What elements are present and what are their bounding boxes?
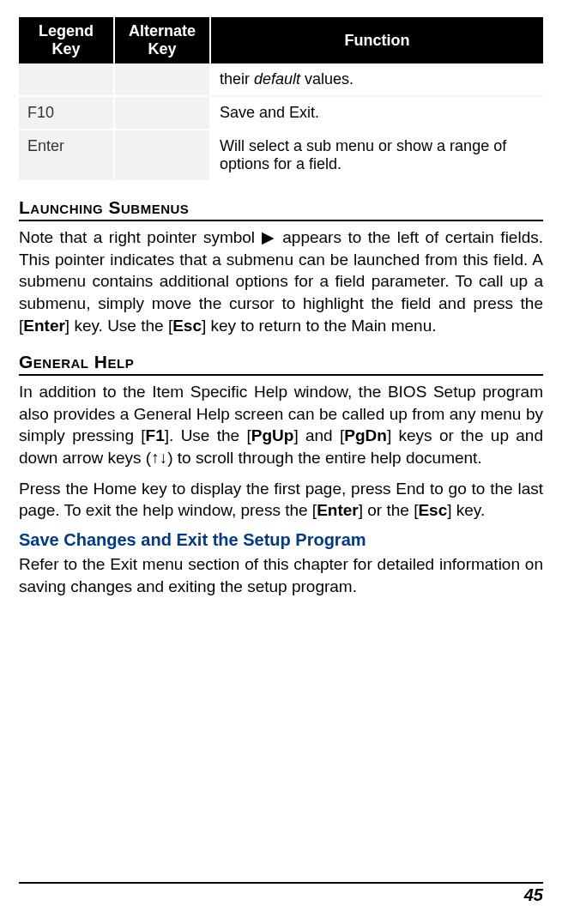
fn-text: their (220, 70, 254, 88)
cell-alt (114, 63, 210, 96)
header-function: Function (210, 17, 543, 63)
table-row: their default values. (19, 63, 543, 96)
table-header-row: Legend Key Alternate Key Function (19, 17, 543, 63)
divider (19, 220, 543, 221)
text: ] or the [ (359, 501, 419, 519)
fn-text: values. (300, 70, 354, 88)
text: ] key to return to the Main menu. (202, 317, 437, 335)
cell-alt (114, 96, 210, 130)
footer-divider (19, 882, 543, 884)
cell-function: Will select a sub menu or show a range o… (210, 130, 543, 181)
paragraph: In addition to the Item Specific Help wi… (19, 381, 543, 469)
divider (19, 374, 543, 376)
key-pgup: PgUp (251, 426, 294, 444)
paragraph: Press the Home key to display the first … (19, 478, 543, 522)
subheading-save-changes: Save Changes and Exit the Setup Program (19, 530, 543, 550)
key-esc: Esc (418, 501, 447, 519)
key-enter: Enter (23, 317, 65, 335)
text: ] and [ (293, 426, 344, 444)
cell-legend: F10 (19, 96, 114, 130)
table-row: F10 Save and Exit. (19, 96, 543, 130)
page-number: 45 (19, 885, 543, 905)
cell-function: Save and Exit. (210, 96, 543, 130)
text: ]. Use the [ (165, 426, 251, 444)
text: ] key. (447, 501, 485, 519)
key-esc: Esc (172, 317, 202, 335)
cell-legend: Enter (19, 130, 114, 181)
text: Note that a right pointer symbol (19, 228, 262, 246)
cell-alt (114, 130, 210, 181)
cell-function: their default values. (210, 63, 543, 96)
page-footer: 45 (19, 882, 543, 905)
paragraph: Note that a right pointer symbol ▶ appea… (19, 226, 543, 336)
right-pointer-icon: ▶ (262, 228, 276, 246)
paragraph: Refer to the Exit menu section of this c… (19, 553, 543, 597)
text: ] key. Use the [ (65, 317, 172, 335)
document-page: Legend Key Alternate Key Function their … (0, 0, 562, 924)
key-pgdn: PgDn (344, 426, 387, 444)
section-heading-launching: Launching Submenus (19, 197, 543, 218)
legend-key-table: Legend Key Alternate Key Function their … (19, 17, 543, 182)
section-heading-general-help: General Help (19, 352, 543, 372)
table-row: Enter Will select a sub menu or show a r… (19, 130, 543, 181)
header-alternate-key: Alternate Key (114, 17, 210, 63)
key-enter: Enter (317, 501, 359, 519)
cell-legend (19, 63, 114, 96)
header-legend-key: Legend Key (19, 17, 114, 63)
key-f1: F1 (146, 426, 165, 444)
fn-italic: default (254, 70, 300, 88)
